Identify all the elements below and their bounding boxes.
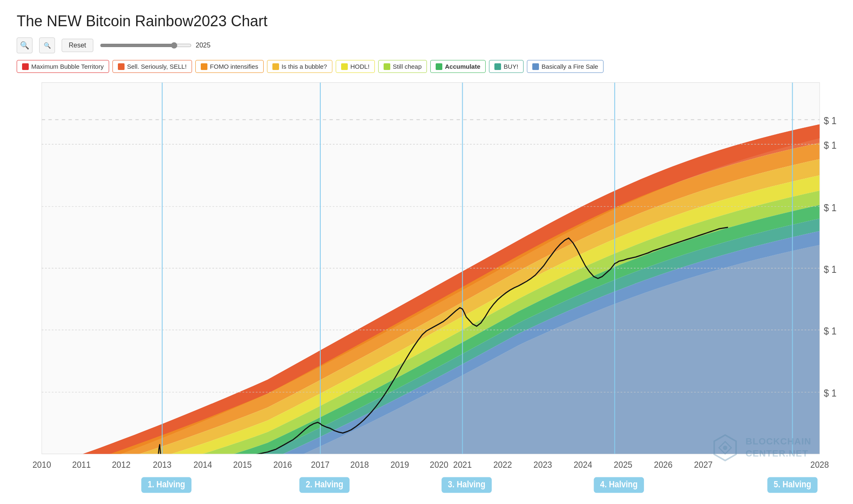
- svg-point-50: [723, 446, 728, 450]
- legend-label-3: Is this a bubble?: [282, 63, 327, 70]
- slider-container: 2025: [100, 42, 211, 49]
- blockchain-logo-icon: [711, 433, 740, 462]
- svg-text:2019: 2019: [390, 459, 409, 469]
- svg-text:$ 100: $ 100: [824, 264, 836, 275]
- svg-text:4. Halving: 4. Halving: [600, 479, 638, 489]
- svg-text:2017: 2017: [311, 459, 330, 469]
- reset-button[interactable]: Reset: [62, 39, 93, 52]
- blockchain-logo: BLOCKCHAIN CENTER.NET: [711, 433, 811, 462]
- legend-color-6: [436, 63, 442, 70]
- year-slider[interactable]: [100, 42, 192, 49]
- svg-text:2020: 2020: [430, 459, 449, 469]
- svg-text:$ 10: $ 10: [824, 325, 836, 337]
- legend-item-5: Still cheap: [378, 60, 427, 73]
- legend-label-2: FOMO intensifies: [210, 63, 258, 70]
- zoom-in-icon: 🔍: [20, 41, 29, 50]
- svg-text:2011: 2011: [72, 459, 91, 469]
- svg-text:3. Halving: 3. Halving: [448, 479, 485, 489]
- svg-text:$ 1: $ 1: [824, 387, 836, 399]
- legend-label-7: BUY!: [504, 63, 518, 70]
- legend: Maximum Bubble TerritorySell. Seriously,…: [17, 60, 836, 73]
- legend-label-5: Still cheap: [393, 63, 422, 70]
- svg-text:2. Halving: 2. Halving: [306, 479, 343, 489]
- legend-item-4: HODL!: [336, 60, 375, 73]
- legend-item-7: BUY!: [489, 60, 524, 73]
- zoom-in-button[interactable]: 🔍: [17, 37, 32, 53]
- legend-label-1: Sell. Seriously, SELL!: [127, 63, 187, 70]
- svg-text:2016: 2016: [273, 459, 292, 469]
- chart-title: The NEW Bitcoin Rainbow2023 Chart: [17, 12, 836, 30]
- controls-bar: 🔍 🔍 Reset 2025: [17, 37, 836, 53]
- legend-item-1: Sell. Seriously, SELL!: [112, 60, 192, 73]
- legend-item-2: FOMO intensifies: [195, 60, 264, 73]
- svg-text:5. Halving: 5. Halving: [774, 479, 811, 489]
- legend-label-6: Accumulate: [445, 63, 480, 70]
- svg-text:2013: 2013: [153, 459, 172, 469]
- svg-text:2012: 2012: [112, 459, 131, 469]
- svg-text:2027: 2027: [694, 459, 713, 469]
- legend-color-7: [494, 63, 501, 70]
- legend-item-0: Maximum Bubble Territory: [17, 60, 109, 73]
- svg-text:$ 10000: $ 10000: [824, 140, 836, 151]
- zoom-out-button[interactable]: 🔍: [39, 37, 55, 53]
- legend-label-4: HODL!: [350, 63, 369, 70]
- legend-color-3: [272, 63, 279, 70]
- svg-text:$ 1000: $ 1000: [824, 202, 836, 213]
- legend-label-8: Basically a Fire Sale: [541, 63, 598, 70]
- legend-color-8: [532, 63, 539, 70]
- svg-text:2018: 2018: [350, 459, 369, 469]
- svg-text:2015: 2015: [233, 459, 252, 469]
- svg-text:2025: 2025: [614, 459, 633, 469]
- zoom-out-icon: 🔍: [44, 42, 51, 49]
- legend-color-4: [341, 63, 348, 70]
- svg-text:2028: 2028: [811, 459, 829, 469]
- svg-text:2024: 2024: [574, 459, 592, 469]
- legend-color-5: [384, 63, 390, 70]
- svg-text:2021: 2021: [453, 459, 472, 469]
- svg-text:$ 100000: $ 100000: [824, 115, 836, 126]
- legend-label-0: Maximum Bubble Territory: [31, 63, 104, 70]
- svg-text:2010: 2010: [32, 459, 51, 469]
- svg-text:2022: 2022: [493, 459, 512, 469]
- legend-item-6: Accumulate: [430, 60, 486, 73]
- blockchain-logo-text: BLOCKCHAIN CENTER.NET: [746, 436, 811, 459]
- legend-item-3: Is this a bubble?: [267, 60, 332, 73]
- svg-text:2014: 2014: [193, 459, 212, 469]
- legend-color-0: [22, 63, 29, 70]
- legend-item-8: Basically a Fire Sale: [527, 60, 604, 73]
- legend-color-2: [201, 63, 207, 70]
- chart-area: $ 1 $ 10 $ 100 $ 1000 $ 10000 $ 100000 2…: [17, 78, 836, 496]
- svg-text:2023: 2023: [534, 459, 552, 469]
- svg-text:1. Halving: 1. Halving: [147, 479, 185, 489]
- svg-text:2026: 2026: [654, 459, 673, 469]
- legend-color-1: [118, 63, 125, 70]
- year-label: 2025: [196, 42, 211, 49]
